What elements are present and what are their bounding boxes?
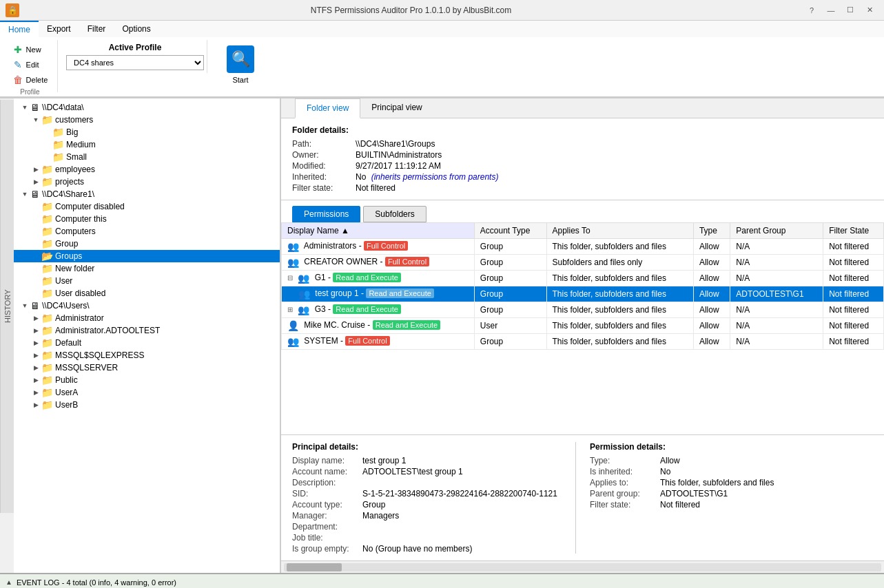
tab-principal-view[interactable]: Principal view [360, 98, 433, 118]
tree-node-newfolder[interactable]: 📁 New folder [14, 262, 280, 275]
ribbon-tab-export[interactable]: Export [39, 21, 79, 37]
table-row[interactable]: 👥 Administrators - Full Control Group Th… [282, 239, 884, 255]
expand-newfolder[interactable] [30, 263, 41, 274]
delete-button[interactable]: 🗑 Delete [10, 73, 51, 87]
expand-dc4data[interactable]: ▼ [19, 102, 30, 113]
tree-node-administratoradtooltest[interactable]: ▶ 📁 Administrator.ADTOOLTEST [14, 324, 280, 337]
close-button[interactable]: ✕ [861, 3, 878, 17]
tree-node-userb[interactable]: ▶ 📁 UserB [14, 399, 280, 411]
expand-userdisabled[interactable] [30, 288, 41, 299]
tree-node-small[interactable]: 📁 Small [14, 151, 280, 163]
edit-button[interactable]: ✎ Edit [10, 58, 51, 72]
table-row[interactable]: 👤 Mike MC. Cruise - Read and Execute Use… [282, 318, 884, 334]
tree-node-administrator[interactable]: ▶ 📁 Administrator [14, 312, 280, 324]
expand-computerthis[interactable] [30, 213, 41, 224]
table-row-selected[interactable]: 👥 test group 1 - Read and Execute Group … [282, 286, 884, 302]
jobtitle-value [362, 533, 575, 543]
expand-medium[interactable] [41, 139, 52, 150]
ribbon-tab-filter[interactable]: Filter [79, 21, 114, 37]
tree-node-big[interactable]: 📁 Big [14, 126, 280, 138]
history-sidebar[interactable]: HISTORY [0, 100, 14, 513]
start-button[interactable]: 🔍 Start [218, 43, 263, 87]
col-account-type[interactable]: Account Type [474, 223, 546, 239]
tree-node-computerthis[interactable]: 📁 Computer this [14, 213, 280, 225]
expand-administrator[interactable]: ▶ [30, 313, 41, 324]
expand-big[interactable] [41, 127, 52, 138]
path-value: \\DC4\Share1\Groups [356, 139, 873, 149]
tree-node-userdisabled[interactable]: 📁 User disabled [14, 287, 280, 300]
expand-dc4users[interactable]: ▼ [19, 300, 30, 311]
tree-node-mssqlserver[interactable]: ▶ 📁 MSSQLSERVER [14, 361, 280, 374]
tree-node-projects[interactable]: ▶ 📁 projects [14, 176, 280, 188]
tree-node-dc4users[interactable]: ▼ 🖥 \\DC4\Users\ [14, 300, 280, 312]
tree-node-default[interactable]: ▶ 📁 Default [14, 337, 280, 349]
folder-icon-projects: 📁 [41, 176, 53, 187]
col-display-name[interactable]: Display Name ▲ [282, 223, 475, 239]
h-scrollbar[interactable] [284, 563, 881, 571]
folder-icon-userb: 📁 [41, 399, 53, 410]
expand-administratoradtooltest[interactable]: ▶ [30, 325, 41, 336]
expand-userb[interactable]: ▶ [30, 399, 41, 410]
perm-tab-subfolders[interactable]: Subfolders [363, 206, 426, 222]
event-log[interactable]: ▲ EVENT LOG - 4 total (0 info, 4 warning… [0, 573, 884, 588]
table-row[interactable]: ⊟ 👥 G1 - Read and Execute Group This fol… [282, 271, 884, 286]
tree-node-public[interactable]: ▶ 📁 Public [14, 374, 280, 386]
maximize-button[interactable]: ☐ [841, 3, 859, 17]
expand-mssqlssqlexpress[interactable]: ▶ [30, 350, 41, 361]
cell-parent-group: N/A [730, 255, 823, 271]
minimize-button[interactable]: — [822, 3, 840, 17]
tree-node-groups[interactable]: 📂 Groups [14, 250, 280, 262]
profile-dropdown[interactable]: DC4 shares [66, 55, 204, 70]
group-icon: 👥 [298, 273, 309, 284]
expand-projects[interactable]: ▶ [30, 176, 41, 187]
tree-node-group[interactable]: 📁 Group [14, 238, 280, 250]
tree-node-medium[interactable]: 📁 Medium [14, 138, 280, 151]
table-row[interactable]: ⊞ 👥 G3 - Read and Execute Group This fol… [282, 302, 884, 318]
expand-user[interactable] [30, 275, 41, 286]
expand-groups[interactable] [30, 251, 41, 262]
badge-full-control: Full Control [364, 241, 408, 251]
cell-applies-to: Subfolders and files only [546, 255, 693, 271]
ribbon-tab-home[interactable]: Home [0, 21, 39, 37]
expand-icon-g1[interactable]: ⊟ [287, 274, 293, 282]
tree-node-employees[interactable]: ▶ 📁 employees [14, 163, 280, 176]
tree-node-mssqlssqlexpress[interactable]: ▶ 📁 MSSQL$SQLEXPRESS [14, 349, 280, 361]
expand-employees[interactable]: ▶ [30, 164, 41, 175]
tree-node-dc4share1[interactable]: ▼ 🖥 \\DC4\Share1\ [14, 188, 280, 200]
expand-computers[interactable] [30, 226, 41, 237]
help-button[interactable]: ? [803, 3, 821, 17]
cell-applies-to: This folder, subfolders and files [546, 334, 693, 350]
col-filter-state[interactable]: Filter State [823, 223, 884, 239]
event-log-expand-icon[interactable]: ▲ [6, 578, 12, 586]
perm-tab-permissions[interactable]: Permissions [292, 206, 360, 222]
cell-applies-to: This folder, subfolders and files [546, 302, 693, 318]
expand-computerdisabled[interactable] [30, 201, 41, 212]
expand-usera[interactable]: ▶ [30, 387, 41, 398]
col-type[interactable]: Type [693, 223, 730, 239]
tree-node-computerdisabled[interactable]: 📁 Computer disabled [14, 200, 280, 213]
badge-full-control-system: Full Control [345, 336, 389, 346]
expand-customers[interactable]: ▼ [30, 114, 41, 125]
tree-node-dc4data[interactable]: ▼ 🖥 \\DC4\data\ [14, 101, 280, 114]
table-row[interactable]: 👥 CREATOR OWNER - Full Control Group Sub… [282, 255, 884, 271]
col-parent-group[interactable]: Parent Group [730, 223, 823, 239]
accountname-label: Account name: [292, 467, 361, 476]
tree-node-customers[interactable]: ▼ 📁 customers [14, 114, 280, 126]
expand-default[interactable]: ▶ [30, 337, 41, 348]
tree-node-user[interactable]: 📁 User [14, 275, 280, 287]
expand-mssqlserver[interactable]: ▶ [30, 362, 41, 373]
expand-small[interactable] [41, 151, 52, 162]
expand-group[interactable] [30, 238, 41, 249]
expand-public[interactable]: ▶ [30, 375, 41, 386]
new-button[interactable]: ✚ New [10, 43, 51, 56]
expand-icon-g3[interactable]: ⊞ [287, 306, 293, 313]
tree-node-usera[interactable]: ▶ 📁 UserA [14, 386, 280, 399]
expand-dc4share1[interactable]: ▼ [19, 189, 30, 200]
tree-node-computers[interactable]: 📁 Computers [14, 225, 280, 238]
col-applies-to[interactable]: Applies To [546, 223, 693, 239]
ribbon-tab-options[interactable]: Options [114, 21, 158, 37]
tab-folder-view[interactable]: Folder view [295, 98, 360, 118]
h-scrollbar-thumb[interactable] [287, 563, 342, 571]
new-icon: ✚ [12, 44, 23, 55]
table-row[interactable]: 👥 SYSTEM - Full Control Group This folde… [282, 334, 884, 350]
